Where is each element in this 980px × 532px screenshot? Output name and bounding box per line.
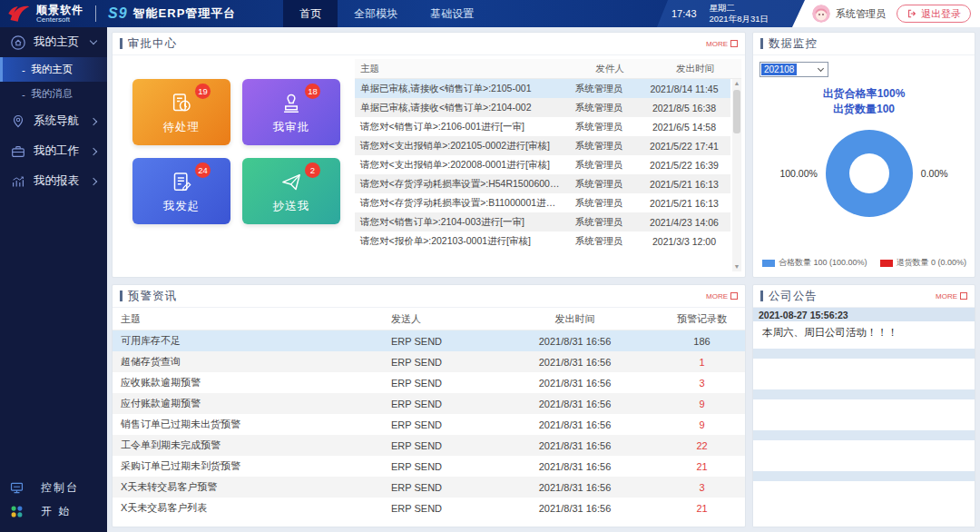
- briefcase-icon: [10, 143, 26, 160]
- avatar[interactable]: [812, 5, 830, 23]
- nav-item-all-modules[interactable]: 全部模块: [338, 0, 414, 27]
- sidebar-subitem-my-home[interactable]: 我的主页: [0, 57, 107, 82]
- cell-subject: X天未转交易客户预警: [113, 480, 391, 494]
- document-clock-icon: [168, 90, 195, 117]
- tile-pending[interactable]: 待处理 19: [132, 79, 230, 145]
- alert-more-button[interactable]: MORE: [706, 292, 738, 300]
- brand-name: 顺景软件 Centersoft: [36, 5, 83, 24]
- approval-table-row[interactable]: 单据已审核,请接收<销售订单>:2105-001 系统管理员 2021/8/14…: [355, 79, 730, 98]
- shipment-stats: 出货合格率100% 出货数量100: [753, 86, 975, 117]
- approval-table-row[interactable]: 请您对<存货浮动耗损率设置>:B11000001进行[审核] 系统管理员 202…: [355, 193, 730, 212]
- tile-initiated-by-me[interactable]: 我发起 24: [132, 158, 230, 224]
- alert-table-header: 主题 发送人 发出时间 预警记录数: [113, 308, 745, 330]
- cell-subject: 请您对<存货浮动耗损率设置>:B11000001进行[审核]: [355, 197, 560, 210]
- notice-content[interactable]: 本周六、周日公司活动！！！: [753, 321, 975, 349]
- product-title: 智能ERP管理平台: [133, 5, 237, 22]
- cell-subject: 应收账款逾期预警: [113, 376, 391, 389]
- sidebar-subitem-my-messages[interactable]: 我的消息: [0, 82, 107, 106]
- topbar-right: 17:43 星期二 2021年8月31日 系统管理员: [671, 0, 980, 27]
- more-label: MORE: [936, 292, 957, 300]
- cell-sender: ERP SEND: [391, 461, 491, 472]
- table-scrollbar[interactable]: ▲ ▼: [732, 79, 741, 271]
- cell-time: 2021/8/14 11:45: [638, 84, 730, 94]
- alert-table-row[interactable]: 可用库存不足 ERP SEND 2021/8/31 16:56 186: [113, 330, 745, 351]
- approval-table-row[interactable]: 请您对<销售订单>:2106-001进行[一审] 系统管理员 2021/6/5 …: [355, 117, 730, 136]
- logout-button[interactable]: 退出登录: [897, 5, 971, 23]
- alert-table-row[interactable]: 应付账款逾期预警 ERP SEND 2021/8/31 16:56 9: [113, 393, 745, 414]
- cell-sender: ERP SEND: [391, 336, 491, 347]
- badge-count: 2: [305, 163, 320, 178]
- col-sent-time: 发出时间: [491, 312, 659, 326]
- chevron-down-icon: [818, 65, 824, 72]
- chevron-down-icon: [90, 37, 97, 44]
- pass-rate-text: 出货合格率100%: [753, 86, 975, 102]
- console-label: 控制台: [41, 480, 79, 496]
- console-button[interactable]: 控制台: [9, 476, 107, 499]
- alert-table-row[interactable]: 超储存货查询 ERP SEND 2021/8/31 16:56 1: [113, 351, 745, 372]
- cell-sender: ERP SEND: [391, 503, 491, 514]
- approval-more-button[interactable]: MORE: [706, 40, 738, 48]
- sidebar-item-label: 我的工作: [34, 143, 79, 159]
- alert-table-row[interactable]: 应收账款逾期预警 ERP SEND 2021/8/31 16:56 3: [113, 372, 745, 393]
- clock-time: 17:43: [671, 8, 697, 19]
- home-icon: [10, 34, 26, 51]
- sidebar-item-my-home[interactable]: 我的主页: [0, 27, 107, 57]
- nav-item-basic-settings[interactable]: 基础设置: [414, 0, 490, 27]
- alert-table-row[interactable]: 工令单到期未完成预警 ERP SEND 2021/8/31 16:56 22: [113, 435, 745, 456]
- cell-sender: 系统管理员: [560, 102, 638, 114]
- alert-table-row[interactable]: X天未转交易客户预警 ERP SEND 2021/8/31 16:56 3: [113, 477, 745, 498]
- cell-subject: 应付账款逾期预警: [113, 397, 391, 410]
- cell-subject: 销售订单已过期未出货预警: [113, 418, 391, 431]
- console-icon: [9, 480, 24, 496]
- nav-item-home[interactable]: 首页: [283, 0, 338, 27]
- cell-sender: ERP SEND: [391, 378, 491, 389]
- cell-alert-count: 3: [659, 482, 745, 493]
- cell-alert-count: 3: [659, 378, 745, 389]
- alert-info-panel: 预警资讯 MORE 主题 发送人 发出时间 预警记录数 可用: [112, 284, 746, 527]
- cell-subject: 超储存货查询: [113, 355, 391, 369]
- tile-cc-to-me[interactable]: 抄送我 2: [242, 158, 340, 224]
- col-sender: 发件人: [571, 63, 649, 75]
- approval-table-row[interactable]: 请您对<报价单>:202103-0001进行[审核] 系统管理员 2021/3/…: [355, 232, 730, 251]
- brand-cn: 顺景软件: [36, 5, 83, 15]
- document-edit-icon: [168, 169, 195, 196]
- approval-table-row[interactable]: 单据已审核,请接收<销售订单>:2104-002 系统管理员 2021/8/5 …: [355, 98, 730, 117]
- cell-subject: 单据已审核,请接收<销售订单>:2105-001: [355, 83, 560, 95]
- scroll-down-icon[interactable]: ▼: [734, 262, 740, 271]
- subitem-label: 我的消息: [31, 87, 73, 101]
- cell-subject: 工令单到期未完成预警: [113, 438, 391, 452]
- badge-count: 19: [195, 84, 211, 99]
- notice-more-button[interactable]: MORE: [936, 292, 967, 300]
- approval-table-row[interactable]: 请您对<存货浮动耗损率设置>:H54R15006002进行[审核] 系统管理员 …: [355, 174, 730, 193]
- cell-alert-count: 21: [659, 461, 745, 472]
- approval-center-panel: 审批中心 MORE 待处理 19: [112, 32, 746, 278]
- cell-alert-count: 21: [659, 503, 745, 514]
- alert-table-row[interactable]: 销售订单已过期未出货预警 ERP SEND 2021/8/31 16:56 9: [113, 414, 745, 435]
- cell-alert-count: 186: [659, 336, 745, 347]
- col-alert-count: 预警记录数: [659, 312, 745, 326]
- donut-left-label: 100.00%: [779, 168, 817, 179]
- scroll-up-icon[interactable]: ▲: [734, 79, 740, 88]
- approval-table-row[interactable]: 请您对<支出报销单>:202008-0001进行[审核] 系统管理员 2021/…: [355, 155, 730, 174]
- start-button[interactable]: 开 始: [9, 499, 107, 523]
- period-select[interactable]: 202108: [760, 62, 828, 77]
- monitor-panel-header: 数据监控: [753, 33, 975, 55]
- paper-plane-icon: [278, 169, 305, 196]
- notice-date: 2021-08-27 15:56:23: [753, 308, 975, 321]
- tile-my-approvals[interactable]: 我审批 18: [242, 79, 340, 145]
- approval-table-row[interactable]: 请您对<支出报销单>:202105-0002进行[审核] 系统管理员 2021/…: [355, 136, 730, 155]
- approval-table-row[interactable]: 请您对<销售订单>:2104-003进行[一审] 系统管理员 2021/4/23…: [355, 212, 730, 232]
- cell-sender: ERP SEND: [391, 440, 491, 451]
- sidebar-item-system-nav[interactable]: 系统导航: [0, 106, 107, 136]
- cell-alert-count: 9: [659, 419, 745, 430]
- sidebar-item-my-work[interactable]: 我的工作: [0, 136, 107, 166]
- sidebar-item-my-reports[interactable]: 我的报表: [0, 166, 107, 196]
- alert-table-row[interactable]: X天未交易客户列表 ERP SEND 2021/8/31 16:56 21: [113, 498, 745, 518]
- logout-icon: [906, 8, 917, 19]
- stamp-icon: [278, 90, 305, 117]
- alert-table-row[interactable]: 采购订单已过期未到货预警 ERP SEND 2021/8/31 16:56 21: [113, 456, 745, 477]
- panel-title: 预警资讯: [128, 289, 177, 304]
- scroll-thumb[interactable]: [733, 90, 740, 133]
- chevron-right-icon: [90, 177, 97, 184]
- notice-row-separator: [753, 349, 975, 359]
